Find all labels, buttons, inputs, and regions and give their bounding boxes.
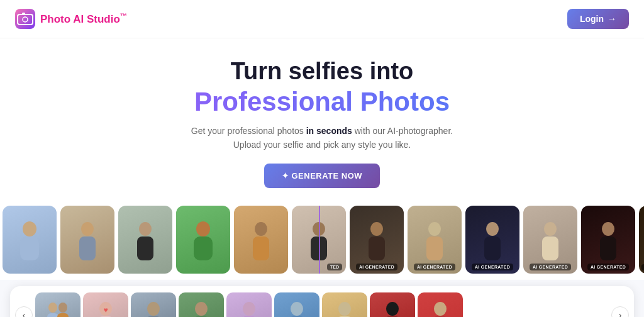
svg-rect-5: [20, 236, 39, 260]
category-list: Selected POPULAR ♥ DATING PROFESSIONAL H…: [35, 292, 609, 317]
svg-point-12: [255, 222, 267, 236]
ai-badge: AI GENERATED: [414, 264, 455, 270]
category-item-halloween[interactable]: HALLOWEEN: [370, 292, 415, 317]
svg-rect-25: [600, 236, 616, 260]
svg-rect-9: [137, 236, 153, 260]
ted-badge: TED: [327, 264, 342, 270]
svg-point-35: [147, 302, 160, 316]
svg-point-47: [434, 302, 447, 316]
photo-card-ted: TED: [292, 206, 346, 274]
login-button[interactable]: Login →: [567, 9, 629, 29]
photo-card: [3, 206, 57, 274]
svg-point-43: [338, 302, 351, 316]
photo-card-ai: AI GENERATED: [465, 206, 519, 274]
category-item-travel[interactable]: TRAVEL: [274, 292, 319, 317]
photo-strip: TED AI GENERATED AI GENERATED AI GENERAT…: [0, 199, 644, 280]
photo-card-ai: AI GENERATED: [408, 206, 462, 274]
hero-title-line1: Turn selfies into: [13, 57, 631, 86]
category-item-headshots[interactable]: PROFESSIONAL HEADSHOTS: [131, 292, 176, 317]
svg-rect-19: [426, 236, 443, 260]
categories-section: ‹ Selected POPULAR ♥ DATING: [10, 286, 634, 317]
svg-point-16: [370, 222, 383, 236]
svg-rect-7: [79, 236, 96, 260]
svg-point-18: [428, 222, 441, 236]
categories-prev-button[interactable]: ‹: [15, 306, 33, 317]
header: Photo AI Studio™ Login →: [0, 0, 644, 38]
svg-point-4: [23, 221, 36, 236]
category-item-dating[interactable]: ♥ DATING: [83, 292, 128, 317]
svg-point-30: [58, 303, 67, 313]
svg-point-6: [81, 222, 94, 236]
svg-rect-17: [369, 236, 385, 260]
svg-point-39: [243, 302, 255, 316]
svg-point-41: [291, 302, 303, 316]
categories-next-button[interactable]: ›: [611, 306, 629, 317]
category-item-wedding[interactable]: WEDDING: [322, 292, 367, 317]
svg-rect-31: [57, 313, 69, 317]
ai-badge: AI GENERATED: [530, 264, 571, 270]
category-item-christmas[interactable]: CHRISTM...: [418, 292, 463, 317]
svg-point-20: [486, 222, 499, 236]
svg-rect-21: [484, 236, 501, 260]
photo-card-ai: AI GENERATED: [350, 206, 404, 274]
photo-card: [60, 206, 114, 274]
svg-point-28: [48, 303, 57, 313]
ai-badge: AI GENE...: [641, 264, 644, 270]
svg-rect-29: [47, 313, 58, 317]
category-item-sports[interactable]: SPORTS: [179, 292, 224, 317]
hero-title-line2: Professional Photos: [13, 86, 631, 118]
generate-button[interactable]: ✦ GENERATE NOW: [264, 164, 380, 188]
svg-point-37: [195, 302, 208, 316]
ai-badge: AI GENERATED: [587, 264, 629, 270]
before-after-divider: [319, 206, 320, 274]
svg-point-24: [602, 222, 614, 236]
svg-rect-11: [194, 236, 213, 260]
photo-card: [234, 206, 288, 274]
category-item-popular[interactable]: Selected POPULAR: [35, 292, 80, 317]
ai-badge: AI GENERATED: [356, 264, 397, 270]
svg-point-22: [544, 222, 557, 236]
logo-text: Photo AI Studio™: [40, 12, 127, 26]
hero-section: Turn selfies into Professional Photos Ge…: [0, 38, 644, 199]
logo-icon: [15, 9, 35, 29]
ai-badge: AI GENERATED: [472, 264, 513, 270]
svg-point-10: [196, 221, 210, 236]
category-item-birthday[interactable]: BIRTHDAY: [226, 292, 272, 317]
svg-rect-13: [253, 236, 269, 260]
photo-card: [176, 206, 230, 274]
svg-point-8: [139, 222, 152, 236]
svg-text:♥: ♥: [103, 306, 108, 314]
photo-card-ai: AI GENE...: [639, 206, 644, 274]
photo-card-ai: AI GENERATED: [523, 206, 577, 274]
photo-card: [118, 206, 172, 274]
logo: Photo AI Studio™: [15, 9, 127, 29]
hero-subtitle: Get your professional photos in seconds …: [13, 124, 631, 152]
svg-point-45: [386, 302, 399, 316]
svg-rect-23: [542, 236, 558, 260]
svg-rect-3: [22, 13, 25, 15]
photo-card-ai: AI GENERATED: [581, 206, 635, 274]
